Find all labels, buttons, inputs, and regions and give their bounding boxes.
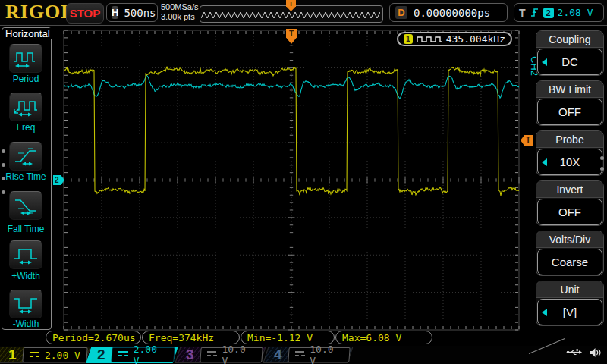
right-menu-page-dot [600,167,604,171]
menu-item-coupling[interactable]: Coupling DC [536,30,604,76]
square-wave-icon [417,35,442,43]
left-menu-title: Horizontal [4,28,52,39]
measurement-period: Period=2.670us [46,331,141,344]
dc-coupling-icon [118,351,128,359]
left-menu-page-dot [2,177,5,180]
channel-3-indicator[interactable]: 3 10.0 V [175,347,266,363]
measure-label-neg-width: -Width [0,318,52,329]
probe-value: 10X [560,155,580,168]
dc-coupling-icon [295,351,304,359]
measure-button-freq[interactable] [9,93,42,121]
timebase-value: 500ns [124,7,156,19]
channel-3-number: 3 [186,347,194,362]
sample-rate: 500MSa/s [161,2,199,12]
measure-label-period: Period [0,74,52,84]
run-state-indicator: STOP [66,3,104,24]
scope-display [0,0,607,364]
measure-button-pos-width[interactable] [9,240,42,269]
top-status-bar: RIGOL STOP H 500ns 500MSa/s 3.00k pts D … [0,0,607,25]
right-menu-page-dot [600,156,604,160]
measurement-min: Min=-1.12 V [241,331,335,344]
measure-button-rise-time[interactable] [9,142,42,171]
rising-edge-icon [530,7,539,18]
channel-1-indicator[interactable]: 1 2.00 V [0,347,91,363]
freq-counter-channel-badge: 1 [404,34,413,44]
unit-value: [V] [563,306,577,318]
coupling-value: DC [561,55,578,68]
horizontal-badge: H [112,6,118,19]
system-icons [566,347,602,358]
channel-1-scale: 2.00 V [45,350,80,361]
channel-2-scale: 2.00 V [133,344,168,364]
memory-depth: 3.00k pts [161,12,199,22]
acquisition-info: 500MSa/s 3.00k pts [161,2,199,22]
oscilloscope-screen: RIGOL STOP H 500ns 500MSa/s 3.00k pts D … [0,0,607,364]
minus-width-icon [12,293,39,315]
channel-1-number: 1 [8,347,17,362]
measure-label-fall-time: Fall Time [0,224,52,234]
delay-indicator: D 0.00000000ps [389,3,508,22]
invert-value: OFF [558,206,581,218]
freq-counter-value: 435.004kHz [446,33,505,45]
delay-value: 0.00000000ps [414,7,490,19]
menu-item-unit[interactable]: Unit [V] [536,281,604,326]
menu-item-invert[interactable]: Invert OFF [536,180,604,226]
measurement-freq: Freq=374kHz [142,331,240,344]
rigol-logo: RIGOL [5,1,75,24]
period-icon [12,48,39,69]
timebase-indicator: H 500ns [106,3,158,22]
channel-3-scale: 10.0 V [222,344,256,364]
trigger-source-badge: 2 [543,8,554,18]
channel-4-number: 4 [274,347,282,362]
left-arrow-icon [542,309,547,316]
topbar-divider [0,25,607,26]
channel-status-bar: 1 2.00 V 2 2.00 V 3 10.0 V [0,346,607,364]
channel-4-scale: 10.0 V [310,344,343,364]
left-menu-page-dot [2,149,5,153]
left-arrow-icon [542,58,547,66]
dc-coupling-icon [207,351,216,359]
plus-width-icon [12,244,39,265]
freq-icon [12,96,39,118]
channel-2-indicator[interactable]: 2 2.00 V [86,347,178,363]
measure-button-period[interactable] [9,44,42,73]
trigger-label: T [519,7,526,19]
trigger-level-value: 2.08 V [558,7,593,18]
menu-item-probe[interactable]: Probe 10X [536,130,604,176]
measurement-max: Max=6.08 V [335,331,432,344]
channel-4-indicator[interactable]: 4 10.0 V [263,347,353,363]
measure-label-freq: Freq [0,122,52,133]
ch2-menu-panel: CH2 Coupling DC BW Limit OFF Probe 10X I… [530,26,607,346]
menu-item-bw-limit[interactable]: BW Limit OFF [536,80,604,126]
menu-item-volts-div[interactable]: Volts/Div Coarse [536,231,604,276]
measure-label-rise-time: Rise Time [0,171,52,182]
left-arrow-icon [542,158,547,166]
measure-button-neg-width[interactable] [9,290,42,318]
frequency-counter: 1 435.004kHz [397,32,512,46]
measure-button-fall-time[interactable] [9,191,42,220]
bw-limit-value: OFF [558,105,581,118]
trigger-indicator: T 2 2.08 V [514,3,604,22]
volts-div-value: Coarse [552,256,588,268]
channel-2-number: 2 [97,347,105,362]
beeper-icon [589,347,602,358]
fall-time-icon [12,195,39,216]
measure-label-pos-width: +Width [0,271,52,281]
left-menu-page-dot [2,190,5,194]
delay-badge: D [395,6,407,19]
usb-icon [566,347,583,357]
dc-coupling-icon [30,351,39,359]
left-menu-page-dot [2,163,5,167]
rise-time-icon [12,146,39,167]
